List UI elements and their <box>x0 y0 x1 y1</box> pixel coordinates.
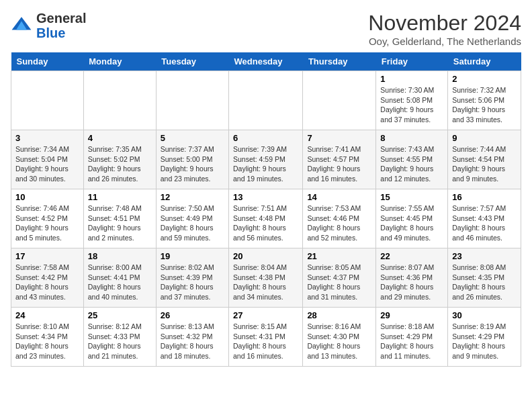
day-info: Sunrise: 7:57 AM Sunset: 4:43 PM Dayligh… <box>452 203 517 243</box>
day-number: 15 <box>380 192 443 202</box>
day-info: Sunrise: 7:41 AM Sunset: 4:57 PM Dayligh… <box>307 144 371 184</box>
header: General Blue November 2024 Ooy, Gelderla… <box>11 11 521 47</box>
cell-1-3: 6Sunrise: 7:39 AM Sunset: 4:59 PM Daylig… <box>229 130 303 189</box>
logo-icon <box>11 15 32 36</box>
cell-1-6: 9Sunrise: 7:44 AM Sunset: 4:54 PM Daylig… <box>448 130 521 189</box>
day-number: 30 <box>452 310 517 320</box>
logo-text-blue: Blue <box>36 26 65 40</box>
cell-0-3 <box>229 71 303 130</box>
col-tuesday: Tuesday <box>156 52 228 71</box>
cell-3-5: 22Sunrise: 8:07 AM Sunset: 4:36 PM Dayli… <box>376 248 448 308</box>
day-info: Sunrise: 8:12 AM Sunset: 4:33 PM Dayligh… <box>88 322 152 361</box>
col-monday: Monday <box>83 52 156 71</box>
cell-2-6: 16Sunrise: 7:57 AM Sunset: 4:43 PM Dayli… <box>448 189 521 248</box>
week-row-2: 10Sunrise: 7:46 AM Sunset: 4:52 PM Dayli… <box>11 189 521 248</box>
day-info: Sunrise: 8:13 AM Sunset: 4:32 PM Dayligh… <box>161 322 224 361</box>
day-number: 2 <box>452 74 517 84</box>
day-info: Sunrise: 7:39 AM Sunset: 4:59 PM Dayligh… <box>233 144 298 184</box>
day-info: Sunrise: 8:05 AM Sunset: 4:37 PM Dayligh… <box>307 263 371 302</box>
day-info: Sunrise: 8:15 AM Sunset: 4:31 PM Dayligh… <box>233 322 298 361</box>
cell-0-4 <box>303 71 376 130</box>
day-number: 5 <box>161 133 224 143</box>
cell-4-5: 29Sunrise: 8:18 AM Sunset: 4:29 PM Dayli… <box>376 308 448 367</box>
day-number: 29 <box>380 310 443 320</box>
day-info: Sunrise: 8:16 AM Sunset: 4:30 PM Dayligh… <box>307 322 371 361</box>
cell-0-2 <box>156 71 228 130</box>
week-row-4: 24Sunrise: 8:10 AM Sunset: 4:34 PM Dayli… <box>11 308 521 367</box>
day-number: 4 <box>88 133 152 143</box>
day-number: 9 <box>452 133 517 143</box>
cell-4-2: 26Sunrise: 8:13 AM Sunset: 4:32 PM Dayli… <box>156 308 228 367</box>
day-number: 19 <box>161 251 224 261</box>
day-info: Sunrise: 7:30 AM Sunset: 5:08 PM Dayligh… <box>380 85 443 125</box>
cell-4-4: 28Sunrise: 8:16 AM Sunset: 4:30 PM Dayli… <box>303 308 376 367</box>
day-number: 12 <box>161 192 224 202</box>
cell-3-4: 21Sunrise: 8:05 AM Sunset: 4:37 PM Dayli… <box>303 248 376 308</box>
cell-2-0: 10Sunrise: 7:46 AM Sunset: 4:52 PM Dayli… <box>11 189 84 248</box>
day-number: 26 <box>161 310 224 320</box>
day-number: 13 <box>233 192 298 202</box>
col-wednesday: Wednesday <box>229 52 303 71</box>
week-row-1: 3Sunrise: 7:34 AM Sunset: 5:04 PM Daylig… <box>11 130 521 189</box>
title-area: November 2024 Ooy, Gelderland, The Nethe… <box>368 11 521 47</box>
day-number: 21 <box>307 251 371 261</box>
day-number: 18 <box>88 251 152 261</box>
col-sunday: Sunday <box>11 52 84 71</box>
day-info: Sunrise: 7:55 AM Sunset: 4:45 PM Dayligh… <box>380 203 443 243</box>
cell-0-0 <box>11 71 84 130</box>
day-number: 8 <box>380 133 443 143</box>
day-info: Sunrise: 7:53 AM Sunset: 4:46 PM Dayligh… <box>307 203 371 243</box>
location-subtitle: Ooy, Gelderland, The Netherlands <box>368 36 521 47</box>
calendar-table: Sunday Monday Tuesday Wednesday Thursday… <box>11 52 521 367</box>
cell-2-3: 13Sunrise: 7:51 AM Sunset: 4:48 PM Dayli… <box>229 189 303 248</box>
day-number: 22 <box>380 251 443 261</box>
logo-text-general: General <box>36 11 86 26</box>
cell-0-1 <box>83 71 156 130</box>
day-number: 20 <box>233 251 298 261</box>
day-info: Sunrise: 7:44 AM Sunset: 4:54 PM Dayligh… <box>452 144 517 184</box>
cell-1-4: 7Sunrise: 7:41 AM Sunset: 4:57 PM Daylig… <box>303 130 376 189</box>
cell-2-1: 11Sunrise: 7:48 AM Sunset: 4:51 PM Dayli… <box>83 189 156 248</box>
cell-4-3: 27Sunrise: 8:15 AM Sunset: 4:31 PM Dayli… <box>229 308 303 367</box>
day-info: Sunrise: 8:00 AM Sunset: 4:41 PM Dayligh… <box>88 263 152 302</box>
day-number: 1 <box>380 74 443 84</box>
day-info: Sunrise: 7:37 AM Sunset: 5:00 PM Dayligh… <box>161 144 224 184</box>
day-info: Sunrise: 7:58 AM Sunset: 4:42 PM Dayligh… <box>15 263 79 302</box>
day-number: 27 <box>233 310 298 320</box>
day-info: Sunrise: 8:18 AM Sunset: 4:29 PM Dayligh… <box>380 322 443 361</box>
day-info: Sunrise: 7:43 AM Sunset: 4:55 PM Dayligh… <box>380 144 443 184</box>
week-row-0: 1Sunrise: 7:30 AM Sunset: 5:08 PM Daylig… <box>11 71 521 130</box>
day-info: Sunrise: 7:34 AM Sunset: 5:04 PM Dayligh… <box>15 144 79 184</box>
cell-3-6: 23Sunrise: 8:08 AM Sunset: 4:35 PM Dayli… <box>448 248 521 308</box>
cell-3-1: 18Sunrise: 8:00 AM Sunset: 4:41 PM Dayli… <box>83 248 156 308</box>
cell-0-6: 2Sunrise: 7:32 AM Sunset: 5:06 PM Daylig… <box>448 71 521 130</box>
day-info: Sunrise: 8:19 AM Sunset: 4:29 PM Dayligh… <box>452 322 517 361</box>
cell-1-1: 4Sunrise: 7:35 AM Sunset: 5:02 PM Daylig… <box>83 130 156 189</box>
cell-1-5: 8Sunrise: 7:43 AM Sunset: 4:55 PM Daylig… <box>376 130 448 189</box>
cell-2-5: 15Sunrise: 7:55 AM Sunset: 4:45 PM Dayli… <box>376 189 448 248</box>
cell-4-1: 25Sunrise: 8:12 AM Sunset: 4:33 PM Dayli… <box>83 308 156 367</box>
cell-1-0: 3Sunrise: 7:34 AM Sunset: 5:04 PM Daylig… <box>11 130 84 189</box>
cell-4-6: 30Sunrise: 8:19 AM Sunset: 4:29 PM Dayli… <box>448 308 521 367</box>
day-number: 10 <box>15 192 79 202</box>
cell-4-0: 24Sunrise: 8:10 AM Sunset: 4:34 PM Dayli… <box>11 308 84 367</box>
day-number: 25 <box>88 310 152 320</box>
cell-1-2: 5Sunrise: 7:37 AM Sunset: 5:00 PM Daylig… <box>156 130 228 189</box>
day-info: Sunrise: 7:32 AM Sunset: 5:06 PM Dayligh… <box>452 85 517 125</box>
logo: General Blue <box>11 11 86 40</box>
day-info: Sunrise: 7:51 AM Sunset: 4:48 PM Dayligh… <box>233 203 298 243</box>
day-number: 17 <box>15 251 79 261</box>
day-number: 7 <box>307 133 371 143</box>
day-info: Sunrise: 8:02 AM Sunset: 4:39 PM Dayligh… <box>161 263 224 302</box>
cell-2-2: 12Sunrise: 7:50 AM Sunset: 4:49 PM Dayli… <box>156 189 228 248</box>
week-row-3: 17Sunrise: 7:58 AM Sunset: 4:42 PM Dayli… <box>11 248 521 308</box>
col-thursday: Thursday <box>303 52 376 71</box>
cell-0-5: 1Sunrise: 7:30 AM Sunset: 5:08 PM Daylig… <box>376 71 448 130</box>
col-friday: Friday <box>376 52 448 71</box>
cell-2-4: 14Sunrise: 7:53 AM Sunset: 4:46 PM Dayli… <box>303 189 376 248</box>
day-info: Sunrise: 7:35 AM Sunset: 5:02 PM Dayligh… <box>88 144 152 184</box>
day-info: Sunrise: 8:08 AM Sunset: 4:35 PM Dayligh… <box>452 263 517 302</box>
day-info: Sunrise: 8:04 AM Sunset: 4:38 PM Dayligh… <box>233 263 298 302</box>
day-info: Sunrise: 8:10 AM Sunset: 4:34 PM Dayligh… <box>15 322 79 361</box>
calendar-header-row: Sunday Monday Tuesday Wednesday Thursday… <box>11 52 521 71</box>
